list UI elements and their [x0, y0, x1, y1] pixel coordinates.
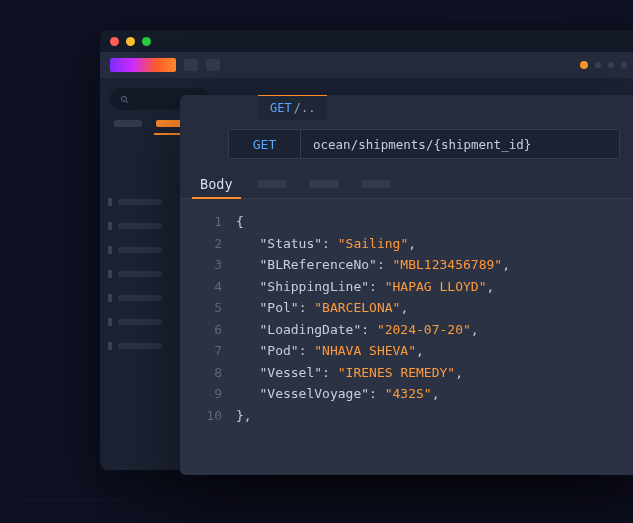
- code-text: },: [236, 405, 252, 427]
- line-number: 7: [180, 340, 236, 362]
- request-path-input[interactable]: ocean/shipments/{shipment_id}: [301, 130, 619, 158]
- code-line: 8 "Vessel": "IRENES REMEDY",: [180, 362, 633, 384]
- line-number: 8: [180, 362, 236, 384]
- response-panel: GET/.. GET ocean/shipments/{shipment_id}…: [180, 95, 633, 475]
- code-line: 5 "Pol": "BARCELONA",: [180, 297, 633, 319]
- zoom-dot[interactable]: [142, 37, 151, 46]
- request-tab-method: GET: [270, 101, 292, 115]
- code-text: "Vessel": "IRENES REMEDY",: [236, 362, 463, 384]
- sidebar-item-skeleton[interactable]: [100, 262, 180, 286]
- carousel-dot[interactable]: [595, 62, 601, 68]
- header-bar: [100, 52, 633, 78]
- code-text: "VesselVoyage": "432S",: [236, 383, 440, 405]
- carousel-dot[interactable]: [608, 62, 614, 68]
- code-line: 3 "BLReferenceNo": "MBL123456789",: [180, 254, 633, 276]
- svg-point-0: [121, 96, 126, 101]
- sidebar-item-skeleton[interactable]: [100, 214, 180, 238]
- line-number: 6: [180, 319, 236, 341]
- line-number: 3: [180, 254, 236, 276]
- line-number: 4: [180, 276, 236, 298]
- search-icon: [120, 95, 129, 104]
- carousel-dot[interactable]: [621, 62, 627, 68]
- sidebar-item-skeleton[interactable]: [100, 334, 180, 358]
- carousel-dot-active[interactable]: [580, 61, 588, 69]
- carousel-dots: [580, 61, 633, 69]
- titlebar: [100, 30, 633, 52]
- code-text: "ShippingLine": "HAPAG LLOYD",: [236, 276, 494, 298]
- svg-line-1: [126, 100, 128, 102]
- sidebar-item-skeleton[interactable]: [100, 310, 180, 334]
- request-tab[interactable]: GET/..: [258, 95, 327, 120]
- line-number: 9: [180, 383, 236, 405]
- code-line: 4 "ShippingLine": "HAPAG LLOYD",: [180, 276, 633, 298]
- line-number: 2: [180, 233, 236, 255]
- http-method-select[interactable]: GET: [229, 130, 301, 158]
- code-line: 6 "LoadingDate": "2024-07-20",: [180, 319, 633, 341]
- line-number: 1: [180, 211, 236, 233]
- line-number: 5: [180, 297, 236, 319]
- code-text: "Pol": "BARCELONA",: [236, 297, 408, 319]
- response-tab-skeleton[interactable]: [309, 180, 339, 188]
- code-text: {: [236, 211, 244, 233]
- response-tabs: Body: [180, 169, 633, 199]
- close-dot[interactable]: [110, 37, 119, 46]
- response-tab-skeleton[interactable]: [257, 180, 287, 188]
- tab-body[interactable]: Body: [198, 169, 235, 198]
- code-text: "Status": "Sailing",: [236, 233, 416, 255]
- code-text: "Pod": "NHAVA SHEVA",: [236, 340, 424, 362]
- request-tab-suffix: /..: [294, 101, 316, 115]
- code-line: 10},: [180, 405, 633, 427]
- sidebar-item-skeleton[interactable]: [100, 238, 180, 262]
- code-line: 9 "VesselVoyage": "432S",: [180, 383, 633, 405]
- header-skeleton: [184, 59, 198, 71]
- response-body-code[interactable]: 1{2 "Status": "Sailing",3 "BLReferenceNo…: [180, 199, 633, 475]
- logo: [110, 58, 176, 72]
- nav-tab-skeleton[interactable]: [114, 120, 142, 127]
- code-line: 1{: [180, 211, 633, 233]
- code-line: 2 "Status": "Sailing",: [180, 233, 633, 255]
- sidebar-list: [100, 190, 180, 358]
- code-text: "BLReferenceNo": "MBL123456789",: [236, 254, 510, 276]
- line-number: 10: [180, 405, 236, 427]
- request-bar: GET ocean/shipments/{shipment_id}: [228, 129, 620, 159]
- sidebar-item-skeleton[interactable]: [100, 190, 180, 214]
- code-line: 7 "Pod": "NHAVA SHEVA",: [180, 340, 633, 362]
- response-tab-skeleton[interactable]: [361, 180, 391, 188]
- sidebar-item-skeleton[interactable]: [100, 286, 180, 310]
- minimize-dot[interactable]: [126, 37, 135, 46]
- code-text: "LoadingDate": "2024-07-20",: [236, 319, 479, 341]
- header-skeleton: [206, 59, 220, 71]
